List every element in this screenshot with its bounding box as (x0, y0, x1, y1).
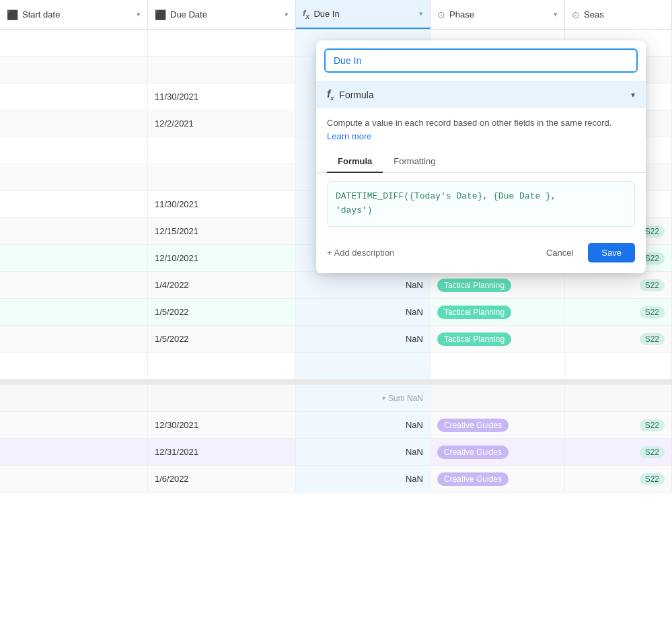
add-description-button[interactable]: + Add description (327, 248, 394, 258)
popup-tabs: Formula Formatting (316, 151, 646, 173)
cell-phase: Tactical Planning (431, 272, 565, 298)
cell-seas: S22 (565, 466, 672, 492)
table-row: 1/5/2022 NaN Tactical Planning S22 (0, 326, 672, 353)
header-start-date[interactable]: ⬛ Start date ▾ (0, 0, 148, 29)
cell-duein: NaN (296, 412, 431, 438)
calendar-icon-due: ⬛ (155, 9, 166, 20)
table-row: 12/30/2021 NaN Creative Guides S22 (0, 412, 672, 439)
footer-buttons: Cancel Save (537, 243, 635, 262)
cell-start (0, 272, 148, 298)
seas-badge: S22 (640, 419, 665, 431)
cell-due (148, 30, 296, 56)
header-due-date-label: Due Date (170, 9, 207, 20)
calendar-icon-start: ⬛ (7, 9, 18, 20)
cell-start (0, 164, 148, 190)
header-phase[interactable]: ⊙ Phase ▾ (431, 0, 565, 29)
table-row: 1/5/2022 NaN Tactical Planning S22 (0, 299, 672, 326)
cell-phase: Tactical Planning (431, 299, 565, 325)
cell-duein: NaN (296, 299, 431, 325)
header-seas-label: Seas (584, 9, 604, 20)
cell-start (0, 326, 148, 352)
chevron-down-icon-due: ▾ (285, 10, 289, 19)
cell-due (148, 57, 296, 83)
cell-due: 11/30/2021 (148, 83, 296, 110)
cell-due: 12/10/2021 (148, 245, 296, 271)
phase-tag: Tactical Planning (437, 279, 511, 292)
cell-due: 12/15/2021 (148, 218, 296, 244)
phase-tag: Creative Guides (437, 419, 509, 432)
chevron-down-icon-duein: ▾ (419, 9, 423, 18)
cell-phase: Creative Guides (431, 412, 565, 438)
cell-start (0, 385, 148, 411)
cell-seas: S22 (565, 439, 672, 465)
option-icon-seas: ⊙ (572, 9, 580, 20)
type-chevron-icon: ▾ (631, 90, 635, 100)
cell-start (0, 30, 148, 56)
phase-tag: Tactical Planning (437, 332, 511, 346)
cell-start (0, 191, 148, 217)
popup-footer: + Add description Cancel Save (316, 235, 646, 273)
cell-due: 1/6/2022 (148, 466, 296, 492)
cell-seas: S22 (565, 412, 672, 438)
seas-badge: S22 (640, 306, 665, 318)
seas-badge: S22 (640, 279, 665, 291)
cell-start (0, 299, 148, 325)
header-phase-label: Phase (449, 9, 474, 20)
cell-seas: S22 (565, 272, 672, 298)
cell-due (148, 164, 296, 190)
field-type-row[interactable]: fx Formula ▾ (316, 81, 646, 108)
header-start-date-label: Start date (22, 9, 60, 20)
header-seas[interactable]: ⊙ Seas (565, 0, 672, 29)
field-type-label: Formula (339, 90, 373, 100)
header-due-in-label: Due In (313, 9, 339, 19)
header-row: ⬛ Start date ▾ ⬛ Due Date ▾ fx Due In ▾ … (0, 0, 672, 30)
cell-due: 1/5/2022 (148, 299, 296, 325)
cell-due: 1/5/2022 (148, 326, 296, 352)
formula-icon-header: fx (303, 8, 309, 20)
cell-due: 12/31/2021 (148, 439, 296, 465)
field-name-input[interactable] (324, 48, 638, 73)
cell-seas: S22 (565, 299, 672, 325)
sum-label: ▾ Sum NaN (382, 394, 423, 403)
chevron-down-icon-start: ▾ (137, 10, 141, 19)
description-text: Compute a value in each record based on … (327, 118, 611, 128)
tab-formatting[interactable]: Formatting (383, 151, 446, 173)
cell-start (0, 245, 148, 271)
cell-due (148, 385, 296, 411)
header-due-in[interactable]: fx Due In ▾ (296, 0, 431, 29)
cell-seas (565, 353, 672, 379)
cell-duein: NaN (296, 439, 431, 465)
cell-phase: Creative Guides (431, 466, 565, 492)
cancel-button[interactable]: Cancel (537, 243, 583, 262)
group-divider (0, 380, 672, 385)
cell-seas: S22 (565, 326, 672, 352)
seas-badge: S22 (640, 333, 665, 345)
cell-start (0, 439, 148, 465)
divider-line (0, 380, 672, 384)
sum-text: Sum NaN (388, 394, 423, 403)
formula-editor[interactable]: DATETIME_DIFF({Today's Date}, {Due Date … (327, 181, 635, 227)
table-row: 1/6/2022 NaN Creative Guides S22 (0, 466, 672, 493)
cell-due (148, 137, 296, 164)
sum-row: ▾ Sum NaN (0, 385, 672, 412)
cell-start (0, 57, 148, 83)
field-description: Compute a value in each record based on … (316, 108, 646, 151)
phase-tag: Creative Guides (437, 472, 509, 486)
cell-due: 12/2/2021 (148, 110, 296, 137)
cell-start (0, 466, 148, 492)
cell-sum-duein: ▾ Sum NaN (296, 385, 431, 411)
cell-phase: Creative Guides (431, 439, 565, 465)
learn-more-link[interactable]: Learn more (327, 131, 371, 141)
seas-badge: S22 (640, 473, 665, 485)
tab-formula[interactable]: Formula (327, 151, 383, 173)
table-row (0, 353, 672, 380)
table-row: 12/31/2021 NaN Creative Guides S22 (0, 439, 672, 466)
phase-tag: Creative Guides (437, 446, 509, 459)
header-due-date[interactable]: ⬛ Due Date ▾ (148, 0, 296, 29)
save-button[interactable]: Save (588, 243, 635, 262)
cell-phase (431, 353, 565, 379)
option-icon-phase: ⊙ (437, 9, 445, 20)
field-type-left: fx Formula (327, 88, 374, 102)
cell-start (0, 353, 148, 379)
spreadsheet-container: ⬛ Start date ▾ ⬛ Due Date ▾ fx Due In ▾ … (0, 0, 672, 638)
